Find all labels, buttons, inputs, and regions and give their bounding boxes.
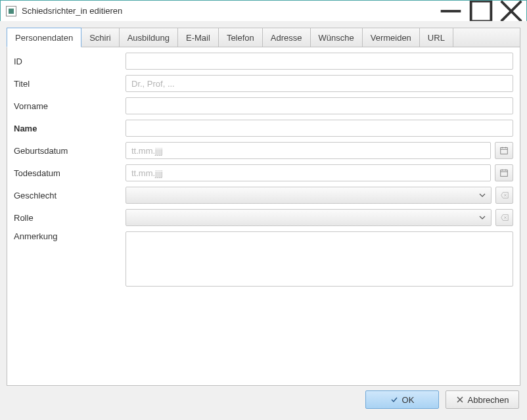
geburtsdatum-calendar-button[interactable] <box>495 142 513 159</box>
ok-button[interactable]: OK <box>365 390 439 409</box>
tab-wuensche[interactable]: Wünsche <box>311 28 363 47</box>
todesdatum-calendar-button[interactable] <box>495 164 513 181</box>
geschlecht-clear-button[interactable] <box>495 187 513 204</box>
tab-telefon[interactable]: Telefon <box>219 28 263 47</box>
svg-rect-8 <box>501 170 508 177</box>
svg-rect-1 <box>471 1 492 21</box>
calendar-icon <box>499 168 509 177</box>
tab-email[interactable]: E-Mail <box>178 28 219 47</box>
calendar-icon <box>499 146 509 155</box>
label-geburtsdatum: Geburtsdatum <box>14 146 126 156</box>
name-field[interactable] <box>126 120 513 137</box>
anmerkung-field[interactable] <box>126 231 513 287</box>
geburtsdatum-field[interactable] <box>126 142 491 159</box>
rolle-dropdown[interactable] <box>126 209 492 226</box>
maximize-button[interactable] <box>466 1 496 22</box>
tab-label: Adresse <box>271 33 302 43</box>
rolle-clear-button[interactable] <box>495 209 513 226</box>
label-id: ID <box>14 57 126 66</box>
clear-icon <box>500 213 509 222</box>
titel-field[interactable] <box>126 75 513 92</box>
tab-url[interactable]: URL <box>420 28 453 47</box>
geschlecht-dropdown[interactable] <box>126 187 492 204</box>
tab-label: Ausbildung <box>127 33 170 43</box>
cancel-button[interactable]: Abbrechen <box>446 390 519 409</box>
tab-label: E-Mail <box>186 33 210 43</box>
check-icon <box>390 396 398 404</box>
close-button[interactable] <box>496 1 526 22</box>
tab-label: URL <box>428 33 445 43</box>
id-field[interactable] <box>126 53 513 70</box>
window-title: Schiedsrichter_in editieren <box>22 6 436 16</box>
tab-schiri[interactable]: Schiri <box>81 28 120 47</box>
label-geschlecht: Geschlecht <box>14 191 126 200</box>
tab-label: Wünsche <box>319 33 354 43</box>
minimize-button[interactable] <box>436 1 466 22</box>
label-todesdatum: Todesdatum <box>14 168 126 178</box>
tab-label: Personendaten <box>15 33 73 43</box>
label-titel: Titel <box>14 79 126 89</box>
tab-label: Telefon <box>227 33 254 43</box>
todesdatum-field[interactable] <box>126 164 491 181</box>
tab-ausbildung[interactable]: Ausbildung <box>120 28 178 47</box>
client-area: Personendaten Schiri Ausbildung E-Mail T… <box>0 21 527 420</box>
close-icon <box>456 396 464 404</box>
tab-adresse[interactable]: Adresse <box>263 28 311 47</box>
chevron-down-icon <box>479 214 486 221</box>
tab-label: Schiri <box>89 33 111 43</box>
ok-label: OK <box>402 395 415 405</box>
dialog-footer: OK Abbrechen <box>7 386 520 413</box>
app-icon <box>6 6 16 16</box>
tab-page-personendaten: ID Titel Vorname Name Geburtsdatum <box>7 47 520 386</box>
label-anmerkung: Anmerkung <box>14 231 126 241</box>
label-vorname: Vorname <box>14 101 126 111</box>
title-bar: Schiedsrichter_in editieren <box>1 1 526 22</box>
tab-strip: Personendaten Schiri Ausbildung E-Mail T… <box>7 28 520 47</box>
tab-vermeiden[interactable]: Vermeiden <box>363 28 420 47</box>
tab-personendaten[interactable]: Personendaten <box>7 28 81 47</box>
cancel-label: Abbrechen <box>468 395 509 405</box>
tab-label: Vermeiden <box>371 33 411 43</box>
label-name: Name <box>14 124 126 133</box>
chevron-down-icon <box>479 192 486 198</box>
label-rolle: Rolle <box>14 213 126 223</box>
svg-rect-4 <box>501 148 508 154</box>
vorname-field[interactable] <box>126 97 513 114</box>
clear-icon <box>500 191 509 200</box>
